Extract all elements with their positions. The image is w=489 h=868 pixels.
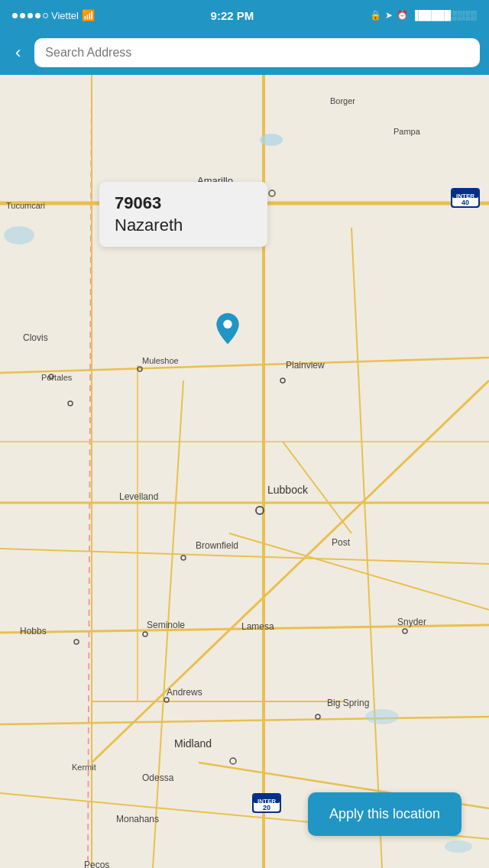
svg-text:Brownfield: Brownfield [196, 540, 238, 551]
location-card: 79063 Nazareth [99, 182, 267, 247]
svg-text:Andrews: Andrews [167, 687, 202, 698]
svg-text:20: 20 [263, 804, 270, 811]
svg-text:Plainview: Plainview [286, 360, 325, 371]
svg-text:Clovis: Clovis [23, 332, 48, 343]
location-city: Nazareth [115, 215, 252, 237]
dot-1 [12, 13, 18, 18]
svg-text:40: 40 [461, 199, 469, 206]
dot-2 [20, 13, 25, 18]
svg-text:Pecos: Pecos [84, 860, 109, 868]
svg-text:Odessa: Odessa [142, 772, 174, 783]
status-time: 9:22 PM [211, 9, 254, 22]
svg-text:Hobbs: Hobbs [20, 626, 47, 636]
svg-text:Tucumcari: Tucumcari [6, 201, 45, 210]
svg-text:Monahans: Monahans [116, 814, 159, 824]
svg-text:Kermit: Kermit [72, 763, 96, 772]
search-input[interactable] [45, 46, 469, 60]
svg-text:Big Spring: Big Spring [327, 698, 369, 708]
carrier-label: Viettel [51, 10, 79, 21]
svg-text:Seminole: Seminole [147, 620, 185, 630]
location-icon: ➤ [385, 10, 393, 21]
svg-point-31 [4, 226, 34, 245]
status-left: Viettel 📶 [12, 9, 95, 21]
svg-text:Pampa: Pampa [393, 127, 421, 136]
dot-4 [35, 13, 40, 18]
svg-text:Lubbock: Lubbock [267, 484, 309, 496]
svg-point-30 [260, 134, 283, 146]
back-button[interactable]: ‹ [9, 40, 27, 66]
apply-location-button[interactable]: Apply this location [308, 792, 461, 836]
location-zip: 79063 [115, 193, 252, 215]
pin-icon [211, 312, 244, 345]
svg-point-33 [445, 840, 472, 853]
svg-text:Midland: Midland [174, 737, 212, 750]
lock-icon: 🔒 [370, 10, 381, 21]
svg-text:Muleshoe: Muleshoe [142, 356, 179, 365]
signal-dots [12, 13, 48, 18]
dot-5 [43, 13, 48, 18]
dot-3 [28, 13, 33, 18]
status-bar: Viettel 📶 9:22 PM 🔒 ➤ ⏰ ▐█████░░░░ [0, 0, 489, 31]
search-bar[interactable] [34, 38, 480, 67]
status-right: 🔒 ➤ ⏰ ▐█████░░░░ [370, 10, 477, 21]
map-container: INTER 40 INTER 20 [0, 75, 489, 868]
svg-text:Post: Post [332, 537, 351, 548]
alarm-icon: ⏰ [397, 10, 408, 21]
svg-text:Snyder: Snyder [397, 617, 426, 627]
svg-text:Lamesa: Lamesa [241, 621, 274, 632]
map-pin [211, 312, 244, 345]
svg-point-32 [365, 709, 399, 724]
svg-point-71 [223, 320, 232, 329]
svg-text:Levelland: Levelland [119, 491, 158, 502]
header-bar: ‹ [0, 31, 489, 75]
battery-icon: ▐█████░░░░ [412, 10, 477, 21]
svg-text:Borger: Borger [330, 96, 355, 105]
wifi-icon: 📶 [82, 9, 95, 21]
svg-text:Portales: Portales [41, 373, 73, 382]
